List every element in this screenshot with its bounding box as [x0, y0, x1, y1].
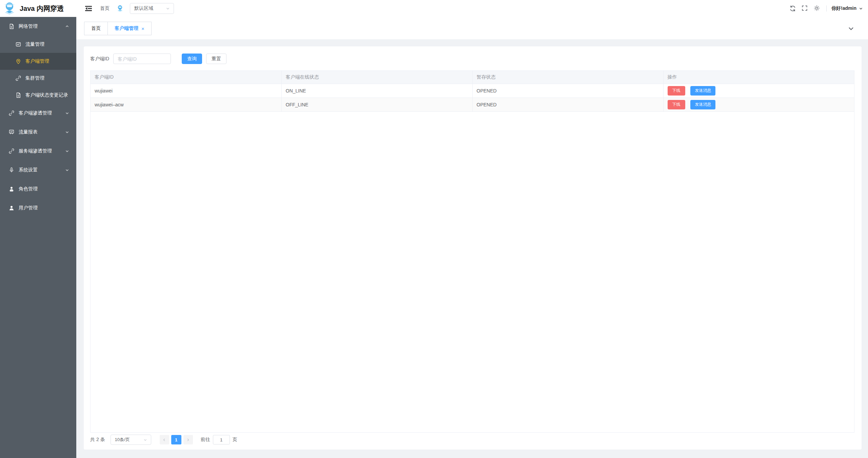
column-header-client-id: 客户端ID: [91, 71, 281, 84]
region-select-value: 默认区域: [134, 5, 153, 12]
sidebar-item-client-penetration-management[interactable]: 客户端渗透管理: [0, 104, 76, 123]
sidebar-item-label: 客户端渗透管理: [19, 110, 52, 116]
location-pin-icon: [15, 58, 21, 64]
sidebar-item-traffic-report[interactable]: 流量报表: [0, 123, 76, 142]
reset-button[interactable]: 重置: [206, 54, 226, 64]
tab-client-management[interactable]: 客户端管理 ×: [107, 22, 152, 35]
chevron-down-icon: [847, 24, 855, 33]
breadcrumb[interactable]: 首页: [100, 5, 110, 12]
tab-label: 客户端管理: [115, 25, 138, 32]
sidebar-nav: 网络管理 流量管理 客户端管理 集群管理 客户端状态变更记录 客户端渗透: [0, 17, 76, 458]
client-id-label: 客户端ID: [90, 56, 109, 62]
user-icon: [8, 205, 15, 211]
table-row: wujiawei ON_LINE OPENED 下线 发送消息: [91, 84, 854, 98]
sidebar-item-label: 服务端渗透管理: [19, 148, 52, 154]
sidebar-item-server-penetration-management[interactable]: 服务端渗透管理: [0, 142, 76, 161]
chevron-down-icon: [165, 6, 170, 11]
sidebar-item-client-status-change-log[interactable]: 客户端状态变更记录: [0, 87, 76, 104]
sidebar-item-label: 角色管理: [19, 186, 38, 192]
cell-stash-status: OPENED: [472, 84, 663, 98]
sidebar-item-cluster-management[interactable]: 集群管理: [0, 70, 76, 87]
microphone-icon: [8, 167, 15, 173]
sidebar-item-label: 系统设置: [19, 167, 38, 173]
next-page-button[interactable]: [183, 435, 193, 444]
hamburger-fold-icon: [84, 4, 93, 13]
send-message-button[interactable]: 发送消息: [690, 100, 715, 109]
document-icon: [15, 92, 21, 98]
sidebar-item-traffic-management[interactable]: 流量管理: [0, 36, 76, 53]
page-size-select[interactable]: 10条/页: [111, 435, 151, 445]
sidebar-item-network-management[interactable]: 网络管理: [0, 17, 76, 36]
app-logo-icon: [3, 2, 16, 15]
refresh-button[interactable]: [789, 5, 796, 12]
cell-client-id: wujiawei: [91, 84, 281, 98]
breadcrumb-logo-icon: [116, 5, 124, 12]
tab-label: 首页: [91, 25, 101, 32]
link-icon: [8, 110, 15, 116]
app-title: Java 内网穿透: [20, 4, 64, 13]
column-header-stash-status: 暂存状态: [472, 71, 663, 84]
link-icon: [15, 75, 21, 81]
sidebar-item-label: 客户端管理: [25, 58, 49, 64]
sidebar-item-user-management[interactable]: 用户管理: [0, 199, 76, 217]
sidebar-item-client-management[interactable]: 客户端管理: [0, 53, 76, 70]
header-divider: [826, 5, 827, 12]
sidebar-item-label: 用户管理: [19, 205, 38, 211]
total-count-label: 共 2 条: [90, 437, 105, 443]
offline-button[interactable]: 下线: [668, 100, 685, 109]
sidebar-item-label: 集群管理: [25, 75, 44, 81]
clients-table: 客户端ID 客户端在线状态 暂存状态 操作 wujiawei ON_LINE O…: [90, 70, 854, 433]
client-id-input[interactable]: [113, 54, 171, 64]
chevron-down-icon: [65, 168, 70, 172]
cell-actions: 下线 发送消息: [663, 84, 854, 98]
prev-page-button[interactable]: [160, 435, 169, 444]
chevron-down-icon: [65, 111, 70, 116]
send-message-button[interactable]: 发送消息: [690, 86, 715, 96]
sun-theme-icon: [813, 5, 820, 12]
table-row: wujiawei–acw OFF_LINE OPENED 下线 发送消息: [91, 98, 854, 111]
fullscreen-icon: [801, 5, 808, 12]
sidebar-item-role-management[interactable]: 角色管理: [0, 180, 76, 199]
page-size-value: 10条/页: [115, 437, 130, 443]
pagination: 共 2 条 10条/页 1 前往 页: [90, 435, 237, 445]
cell-actions: 下线 发送消息: [663, 98, 854, 111]
document-icon: [8, 23, 15, 29]
column-header-online-status: 客户端在线状态: [281, 71, 472, 84]
chevron-down-icon: [65, 149, 70, 153]
open-tabs: 首页 客户端管理 ×: [84, 22, 152, 35]
user-greeting: 你好!admin: [831, 5, 856, 12]
tab-home[interactable]: 首页: [84, 22, 108, 35]
line-chart-icon: [15, 41, 21, 47]
content-card: 客户端ID 查询 重置 客户端ID 客户端在线状态 暂存状态 操作: [84, 46, 862, 450]
tab-close-icon[interactable]: ×: [141, 26, 144, 31]
tab-options-button[interactable]: [847, 24, 855, 33]
sidebar-item-system-settings[interactable]: 系统设置: [0, 161, 76, 180]
goto-page-label: 前往: [201, 437, 210, 443]
query-button[interactable]: 查询: [182, 54, 202, 64]
cell-stash-status: OPENED: [472, 98, 663, 111]
region-select[interactable]: 默认区域: [130, 3, 174, 14]
user-menu[interactable]: 你好!admin: [831, 5, 863, 12]
offline-button[interactable]: 下线: [668, 86, 685, 96]
table-header-row: 客户端ID 客户端在线状态 暂存状态 操作: [91, 71, 854, 84]
chevron-up-icon: [65, 24, 70, 29]
fullscreen-button[interactable]: [801, 5, 809, 12]
link-icon: [8, 148, 15, 154]
page-number-button[interactable]: 1: [171, 435, 181, 444]
page-unit-label: 页: [233, 437, 237, 443]
theme-button[interactable]: [813, 5, 821, 12]
chevron-left-icon: [162, 438, 166, 442]
sidebar-fold-button[interactable]: [84, 4, 93, 13]
goto-page-input[interactable]: [213, 435, 230, 444]
sidebar-item-label: 客户端状态变更记录: [25, 92, 68, 98]
column-header-actions: 操作: [663, 71, 854, 84]
sidebar-item-label: 流量报表: [19, 129, 38, 135]
app-header: Java 内网穿透 首页 默认区域: [0, 0, 868, 17]
logo-area: Java 内网穿透: [0, 0, 76, 17]
user-icon: [8, 186, 15, 192]
sidebar-item-label: 网络管理: [19, 23, 38, 29]
search-form: 客户端ID 查询 重置: [90, 54, 226, 64]
cell-online-status: OFF_LINE: [281, 98, 472, 111]
chevron-right-icon: [186, 438, 190, 442]
sidebar-item-label: 流量管理: [25, 41, 44, 47]
